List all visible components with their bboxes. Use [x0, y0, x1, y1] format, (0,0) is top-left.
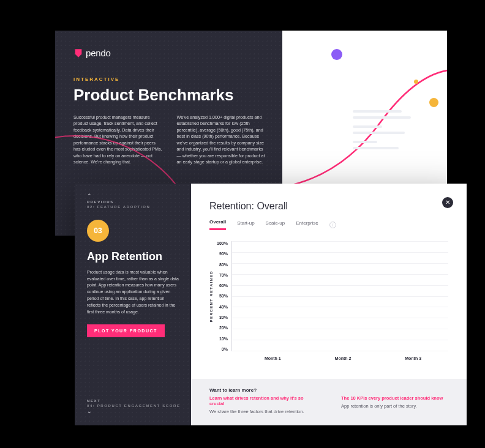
tab-scale-up[interactable]: Scale-up — [266, 220, 285, 230]
next-line: 04: PRODUCT ENGAGEMENT SCORE — [87, 404, 180, 408]
tab-start-up[interactable]: Start-up — [237, 220, 254, 230]
next-caption: NEXT — [87, 399, 180, 403]
prev-line: 02: FEATURE ADOPTION — [87, 205, 179, 209]
footer-col-left: Want to learn more? Learn what drives re… — [209, 387, 317, 414]
x-tick: Month 3 — [405, 356, 421, 360]
retention-main: ✕ Retention: Overall Overall Start-up Sc… — [191, 184, 467, 425]
chevron-up-icon: ⌃ — [87, 193, 179, 199]
footer-link-kpis[interactable]: The 10 KPIs every product leader should … — [341, 395, 448, 401]
benchmarks-body: Successful product managers measure prod… — [73, 114, 266, 166]
gridline — [232, 329, 448, 329]
placeholder-line — [353, 132, 405, 134]
benchmarks-body-left: Successful product managers measure prod… — [73, 114, 164, 166]
footer-sub-right: App retention is only part of the story. — [341, 403, 448, 409]
step-number: 03 — [94, 226, 102, 235]
prev-nav[interactable]: ⌃ PREVIOUS 02: FEATURE ADOPTION — [87, 193, 179, 209]
benchmarks-body-right: We've analyzed 1,000+ digital products a… — [177, 114, 267, 166]
retention-chart: PERCENT RETAINED 100%90%80%70%60%50%40%3… — [209, 241, 448, 351]
gridline — [232, 351, 448, 351]
y-tick: 30% — [219, 315, 228, 319]
placeholder-line — [353, 110, 402, 113]
x-tick: Month 1 — [265, 356, 281, 360]
footer-sub-left: We share the three factors that drive re… — [209, 409, 317, 414]
chart-plot-area — [231, 241, 448, 351]
y-tick: 60% — [219, 283, 228, 288]
x-tick: Month 2 — [335, 356, 352, 360]
y-tick: 20% — [219, 326, 228, 330]
segment-tabs: Overall Start-up Scale-up Enterprise i — [209, 219, 448, 230]
close-button[interactable]: ✕ — [442, 197, 453, 208]
gridline — [232, 252, 448, 253]
retention-sidebar: ⌃ PREVIOUS 02: FEATURE ADOPTION 03 App R… — [75, 184, 191, 425]
plot-your-product-button[interactable]: PLOT YOUR PRODUCT — [87, 324, 165, 337]
footer-link-retention[interactable]: Learn what drives retention and why it's… — [209, 395, 317, 406]
chart-area: ✕ Retention: Overall Overall Start-up Sc… — [191, 184, 467, 379]
benchmarks-headline: Product Benchmarks — [73, 86, 266, 105]
y-tick: 70% — [219, 273, 228, 277]
y-tick: 10% — [219, 337, 228, 341]
trend-curve — [282, 49, 447, 190]
chevron-down-icon: ⌄ — [87, 409, 180, 414]
y-axis-ticks: 100%90%80%70%60%50%40%30%20%10%0% — [217, 241, 231, 351]
gridline — [232, 241, 448, 242]
retention-card: ⌃ PREVIOUS 02: FEATURE ADOPTION 03 App R… — [75, 184, 467, 425]
y-tick: 40% — [219, 305, 228, 309]
next-nav[interactable]: NEXT 04: PRODUCT ENGAGEMENT SCORE ⌄ — [87, 399, 180, 416]
gridline — [232, 318, 448, 318]
gridline — [232, 285, 448, 286]
y-tick: 0% — [222, 347, 228, 351]
prev-caption: PREVIOUS — [87, 200, 179, 204]
tab-overall[interactable]: Overall — [209, 219, 226, 230]
gridline — [232, 340, 448, 340]
y-tick: 100% — [217, 241, 228, 245]
gridline — [232, 263, 448, 264]
footer-col-right: The 10 KPIs every product leader should … — [341, 387, 448, 414]
gridline — [232, 274, 448, 275]
x-axis-ticks: Month 1Month 2Month 3 — [238, 356, 448, 360]
y-tick: 50% — [219, 294, 228, 298]
retention-title: App Retention — [87, 250, 179, 263]
close-icon: ✕ — [445, 200, 450, 206]
info-icon[interactable]: i — [329, 222, 336, 228]
chart-title: Retention: Overall — [209, 201, 448, 212]
benchmarks-eyebrow: INTERACTIVE — [73, 77, 266, 82]
tab-enterprise[interactable]: Enterprise — [296, 220, 318, 230]
step-number-badge: 03 — [87, 220, 109, 242]
y-tick: 90% — [219, 252, 228, 256]
gridline — [232, 307, 448, 307]
y-tick: 80% — [219, 263, 228, 267]
placeholder-line — [353, 125, 382, 128]
brand-logo: pendo — [73, 48, 266, 58]
learn-more-footer: Want to learn more? Learn what drives re… — [191, 379, 467, 425]
y-axis-label: PERCENT RETAINED — [209, 271, 213, 323]
pendo-logo-icon — [73, 48, 83, 58]
retention-body: Product usage data is most valuable when… — [87, 269, 179, 316]
placeholder-line — [353, 116, 411, 119]
placeholder-line — [353, 147, 399, 149]
placeholder-line — [353, 141, 377, 143]
gridline — [232, 296, 448, 297]
brand-name: pendo — [86, 48, 111, 58]
footer-lead: Want to learn more? — [209, 387, 317, 393]
footer-lead-spacer — [341, 387, 448, 393]
